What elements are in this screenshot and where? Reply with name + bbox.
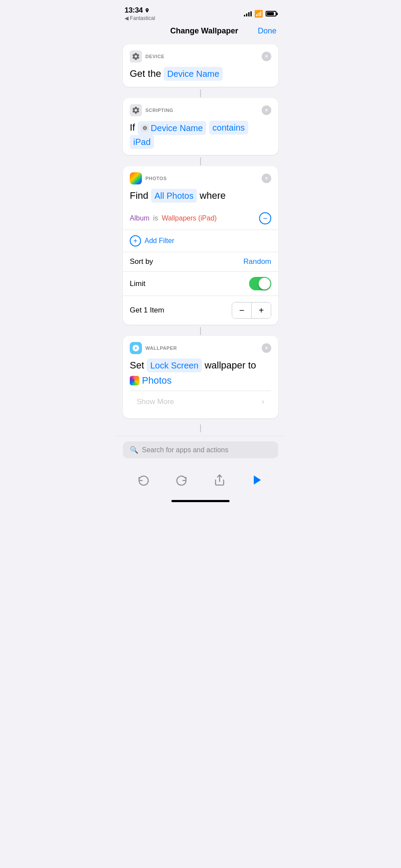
connector-line-2: [200, 158, 201, 165]
search-placeholder: Search for apps and actions: [142, 446, 228, 454]
signal-bar-3: [248, 12, 250, 16]
scripting-device-name-token[interactable]: Device Name: [138, 121, 206, 135]
add-filter-label: Add Filter: [145, 237, 174, 245]
connector-line-4: [200, 424, 201, 432]
home-indicator: [171, 500, 230, 502]
bottom-toolbar: [116, 464, 285, 500]
undo-icon: [138, 474, 150, 486]
status-bar: 13:34 ◀ Fantastical 📶: [116, 0, 285, 23]
play-icon: [251, 474, 263, 486]
done-button[interactable]: Done: [258, 26, 276, 36]
photos-category: PHOTOS: [145, 176, 167, 181]
photos-card-body: Find All Photos where: [130, 189, 271, 203]
limit-toggle[interactable]: [249, 277, 271, 290]
connector-4: [116, 424, 285, 432]
photos-card-top: PHOTOS × Find All Photos where: [123, 166, 278, 207]
scripting-contains-token[interactable]: contains: [209, 121, 249, 135]
stepper-minus-button[interactable]: −: [232, 302, 251, 318]
photos-token-flower-icon: [130, 376, 139, 385]
sort-value[interactable]: Random: [243, 257, 271, 266]
limit-label: Limit: [130, 279, 145, 288]
wallpaper-lock-screen-token[interactable]: Lock Screen: [147, 358, 202, 372]
scripting-card: SCRIPTING × If Device Name contains iPad: [123, 98, 278, 155]
photos-token-label: Photos: [142, 375, 172, 386]
scripting-card-icon: [130, 104, 142, 116]
filter-album-label: Album: [130, 214, 149, 222]
token-gear-icon: [141, 124, 149, 132]
search-container: 🔍 Search for apps and actions: [116, 436, 285, 464]
redo-icon: [175, 474, 187, 486]
stepper-plus-button[interactable]: +: [252, 302, 271, 318]
gear-icon: [131, 52, 140, 61]
signal-bars: [244, 11, 252, 16]
photos-card-header-left: PHOTOS: [130, 172, 167, 184]
nav-bar: Change Wallpaper Done: [116, 23, 285, 41]
wifi-icon: 📶: [254, 10, 263, 18]
scripting-close-button[interactable]: ×: [262, 105, 271, 115]
signal-bar-4: [250, 11, 252, 16]
connector-1: [123, 89, 278, 97]
signal-bar-2: [246, 13, 247, 16]
scripting-card-body: If Device Name contains iPad: [130, 121, 271, 149]
search-icon: 🔍: [130, 446, 138, 454]
connector-line-1: [200, 89, 201, 97]
redo-button[interactable]: [172, 470, 191, 490]
photos-all-photos-token[interactable]: All Photos: [151, 189, 197, 203]
chevron-right-icon: ›: [262, 397, 264, 406]
nav-title: Change Wallpaper: [170, 26, 238, 36]
device-name-token[interactable]: Device Name: [164, 67, 223, 81]
device-category: DEVICE: [145, 54, 164, 59]
toggle-knob: [259, 278, 270, 289]
device-close-button[interactable]: ×: [262, 52, 271, 61]
show-more-row[interactable]: Show More ›: [130, 391, 271, 412]
app-back[interactable]: ◀ Fantastical: [125, 15, 155, 21]
filter-text: Album is Wallpapers (iPad): [130, 214, 217, 222]
get-items-label: Get 1 Item: [130, 306, 164, 315]
svg-marker-1: [254, 476, 261, 485]
scripting-card-header: SCRIPTING ×: [130, 104, 271, 116]
wallpaper-photos-token-wrapper: Photos: [130, 375, 271, 387]
filter-row: Album is Wallpapers (iPad) −: [123, 207, 278, 230]
connector-3: [123, 327, 278, 335]
share-button[interactable]: [210, 470, 229, 490]
limit-row: Limit: [123, 272, 278, 296]
photos-card-header: PHOTOS ×: [130, 172, 271, 184]
device-card-body: Get the Device Name: [130, 67, 271, 81]
photos-card-icon: [130, 172, 142, 184]
scripting-if-text: If: [130, 122, 135, 133]
device-card: DEVICE × Get the Device Name: [123, 44, 278, 87]
filter-is-text: is: [153, 214, 158, 222]
status-right: 📶: [244, 10, 276, 18]
scripting-gear-icon: [131, 106, 140, 115]
content: DEVICE × Get the Device Name SCRIPTING ×: [116, 41, 285, 424]
device-card-header: DEVICE ×: [130, 50, 271, 62]
battery-fill: [267, 12, 274, 15]
remove-filter-button[interactable]: −: [259, 212, 271, 224]
undo-button[interactable]: [134, 470, 153, 490]
battery-icon: [266, 11, 276, 16]
photos-where-text: where: [200, 190, 226, 201]
sort-label: Sort by: [130, 257, 153, 266]
wallpaper-icon: [132, 344, 140, 352]
home-indicator-container: [116, 500, 285, 510]
wallpaper-close-button[interactable]: ×: [262, 343, 271, 353]
add-filter-row[interactable]: + Add Filter: [123, 230, 278, 252]
photos-close-button[interactable]: ×: [262, 174, 271, 183]
search-bar[interactable]: 🔍 Search for apps and actions: [123, 441, 278, 458]
wallpaper-card: WALLPAPER × Set Lock Screen wallpaper to…: [123, 336, 278, 418]
get-items-row: Get 1 Item − +: [123, 296, 278, 325]
scripting-ipad-token[interactable]: iPad: [130, 135, 154, 149]
signal-bar-1: [244, 15, 245, 16]
photos-card: PHOTOS × Find All Photos where Album is …: [123, 166, 278, 325]
wallpaper-card-header-left: WALLPAPER: [130, 342, 177, 354]
device-card-header-left: DEVICE: [130, 50, 164, 62]
device-pre-text: Get the: [130, 68, 161, 79]
connector-2: [123, 158, 278, 165]
filter-value[interactable]: Wallpapers (iPad): [162, 214, 217, 222]
wallpaper-card-body: Set Lock Screen wallpaper to: [130, 358, 271, 372]
wallpaper-photos-token[interactable]: Photos: [130, 375, 172, 386]
play-button[interactable]: [248, 470, 267, 490]
status-time: 13:34: [125, 6, 155, 15]
share-icon: [214, 474, 226, 486]
show-more-label: Show More: [137, 398, 174, 406]
